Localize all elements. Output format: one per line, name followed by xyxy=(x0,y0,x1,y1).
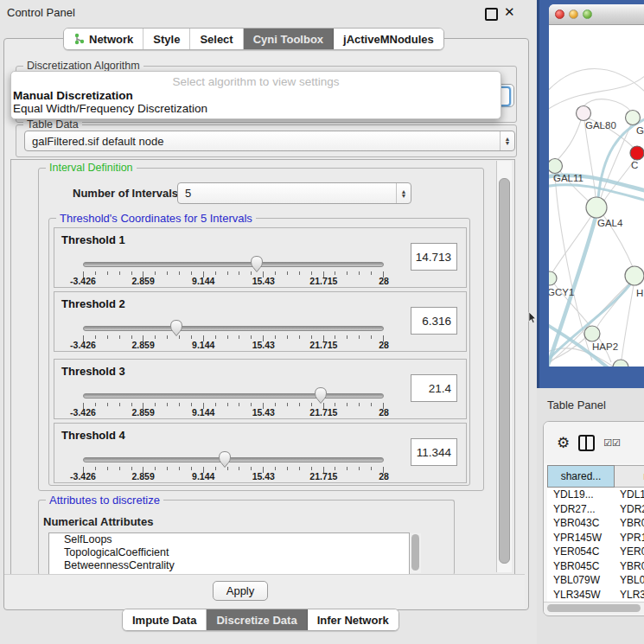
node-label: GA xyxy=(636,125,644,136)
table-row[interactable]: YDL19...YDL1 xyxy=(547,488,644,502)
list-item[interactable]: BetweennessCentrality xyxy=(49,559,409,572)
node-label: GAL11 xyxy=(553,173,583,183)
apply-button[interactable]: Apply xyxy=(213,581,268,601)
tab-network[interactable]: Network xyxy=(64,29,143,49)
gear-icon[interactable]: ⚙ xyxy=(557,436,570,450)
threshold-4-slider-thumb[interactable] xyxy=(217,450,233,469)
list-scrollbar-thumb[interactable] xyxy=(411,534,419,571)
tab-select[interactable]: Select xyxy=(190,29,243,49)
node-label: GAL80 xyxy=(585,120,616,131)
table-body: YDL19...YDL1 YDR27...YDR2 YBR043CYBR0 YP… xyxy=(547,488,644,602)
dropdown-option-equal-width[interactable]: Equal Width/Frequency Discretization xyxy=(11,102,501,115)
table-toolbar: ⚙ ☑☑ xyxy=(544,422,644,463)
table-row[interactable]: YBR043CYBR0 xyxy=(547,516,644,531)
network-canvas[interactable]: GAL80 GA C GAL11 GAL4 GCY1 H HAP2 xyxy=(549,25,644,367)
threshold-4-value-field[interactable]: 11.344 xyxy=(411,438,457,466)
number-of-intervals-label: Number of Intervals xyxy=(73,187,178,200)
column-header-shared-name[interactable]: shared... xyxy=(547,465,615,488)
threshold-row-3: Threshold 3 -3.426 2.859 9.144 15.43 21.… xyxy=(54,359,467,419)
tab-style[interactable]: Style xyxy=(143,29,190,49)
number-of-intervals-combo[interactable]: 5 ▲▼ xyxy=(177,182,411,204)
network-window: GAL80 GA C GAL11 GAL4 GCY1 H HAP2 xyxy=(549,4,644,367)
algorithm-dropdown-popup: Select algorithm to view settings Manual… xyxy=(10,71,501,119)
tab-impute-data[interactable]: Impute Data xyxy=(123,609,207,630)
table-row[interactable]: YER054CYER0 xyxy=(547,545,644,559)
close-panel-icon[interactable]: ✕ xyxy=(504,4,515,20)
interval-definition-title: Interval Definition xyxy=(46,162,137,174)
numerical-attributes-list: SelfLoops TopologicalCoefficient Between… xyxy=(48,532,410,576)
threshold-row-1: Threshold 1 -3.426 2.859 9.144 15.43 21.… xyxy=(54,227,467,288)
select-columns-icon[interactable]: ☑☑ xyxy=(603,437,621,449)
mouse-cursor xyxy=(528,312,537,324)
network-icon xyxy=(73,33,85,45)
panel-title: Control Panel xyxy=(7,6,75,19)
zoom-window-icon[interactable] xyxy=(583,10,592,19)
node-label: GCY1 xyxy=(549,287,574,297)
threshold-row-2: Threshold 2 -3.426 2.859 9.144 15.43 21.… xyxy=(54,291,467,352)
table-row[interactable]: YBR045CYBR0 xyxy=(547,559,644,574)
table-row[interactable]: YDR27...YDR2 xyxy=(547,502,644,517)
node-label: C xyxy=(631,160,638,170)
table-row[interactable]: YBL079WYBL0 xyxy=(547,573,644,588)
threshold-3-slider-track[interactable] xyxy=(83,393,384,399)
dropdown-option-manual[interactable]: Manual Discretization xyxy=(11,89,501,102)
table-panel-box: ⚙ ☑☑ shared... na YDL19...YDL1 YDR27...Y… xyxy=(543,421,644,616)
threshold-1-value-field[interactable]: 14.713 xyxy=(411,243,457,271)
bottom-tab-bar: Impute Data Discretize Data Infer Networ… xyxy=(122,609,399,631)
network-window-titlebar[interactable] xyxy=(549,4,644,25)
threshold-4-slider-track[interactable] xyxy=(83,457,384,462)
table-hscrollbar-track[interactable] xyxy=(544,602,644,615)
node-label: H xyxy=(636,288,643,298)
node-label: HAP2 xyxy=(592,341,618,352)
slider-scale: -3.426 2.859 9.144 15.43 21.715 28 xyxy=(83,407,384,418)
threshold-2-value-field[interactable]: 6.316 xyxy=(411,307,457,335)
float-panel-icon[interactable] xyxy=(485,8,498,21)
node-h xyxy=(625,266,644,285)
table-row[interactable]: YLR345WYLR3 xyxy=(547,588,644,603)
table-data-combo[interactable]: galFiltered.sif default node ▲▼ xyxy=(24,131,515,151)
threshold-1-slider-track[interactable] xyxy=(83,262,384,267)
tab-cyni-toolbox[interactable]: Cyni Toolbox xyxy=(244,29,334,49)
table-row[interactable]: YPR145WYPR1 xyxy=(547,531,644,545)
list-scrollbar-track[interactable] xyxy=(410,533,421,573)
thresholds-group-title: Threshold's Coordinates for 5 Intervals xyxy=(56,212,256,225)
threshold-3-slider-thumb[interactable] xyxy=(313,386,328,405)
table-hscrollbar-thumb[interactable] xyxy=(547,604,641,612)
threshold-1-slider-thumb[interactable] xyxy=(249,255,265,273)
settings-scrollbar-thumb[interactable] xyxy=(499,178,510,564)
column-header-name[interactable]: na xyxy=(615,465,644,488)
tab-infer-network[interactable]: Infer Network xyxy=(308,609,399,630)
slider-scale: -3.426 2.859 9.144 15.43 21.715 28 xyxy=(83,340,384,350)
threshold-3-value-field[interactable]: 21.4 xyxy=(411,374,457,402)
network-graph xyxy=(549,25,644,367)
close-window-icon[interactable] xyxy=(555,10,564,19)
threshold-row-4: Threshold 4 -3.426 2.859 9.144 15.43 21.… xyxy=(54,423,467,483)
slider-scale: -3.426 2.859 9.144 15.43 21.715 28 xyxy=(83,276,384,286)
node-gal4 xyxy=(586,197,607,218)
screen: Control Panel ✕ Network Style Select Cyn… xyxy=(0,0,644,644)
list-item[interactable]: TopologicalCoefficient xyxy=(49,546,409,559)
tab-jactivemnodules[interactable]: jActiveMNodules xyxy=(334,29,443,49)
column-layout-icon[interactable] xyxy=(578,435,595,451)
combo-stepper-icon: ▲▼ xyxy=(396,183,411,203)
dropdown-placeholder-item[interactable]: Select algorithm to view settings xyxy=(11,75,501,88)
node-gcy1 xyxy=(549,271,557,285)
numerical-attributes-label: Numerical Attributes xyxy=(43,515,153,528)
threshold-2-slider-thumb[interactable] xyxy=(169,319,184,337)
node-gal80 xyxy=(577,106,591,121)
node-gal11 xyxy=(549,159,563,174)
node-hap2 xyxy=(584,326,600,341)
minimize-window-icon[interactable] xyxy=(569,10,578,19)
node-bottom xyxy=(613,360,628,367)
node-red xyxy=(630,146,644,160)
table-data-group-title: Table Data xyxy=(23,118,82,131)
attributes-group-title: Attributes to discretize xyxy=(46,494,163,507)
threshold-2-slider-track[interactable] xyxy=(83,326,384,331)
slider-scale: -3.426 2.859 9.144 15.43 21.715 28 xyxy=(83,471,384,481)
table-header-row: shared... na xyxy=(547,465,644,488)
combo-stepper-icon: ▲▼ xyxy=(500,131,514,150)
list-item[interactable]: SelfLoops xyxy=(49,533,409,546)
tab-discretize-data[interactable]: Discretize Data xyxy=(207,609,307,630)
algorithm-group-title: Discretization Algorithm xyxy=(23,60,143,72)
node-top-right xyxy=(626,111,641,125)
